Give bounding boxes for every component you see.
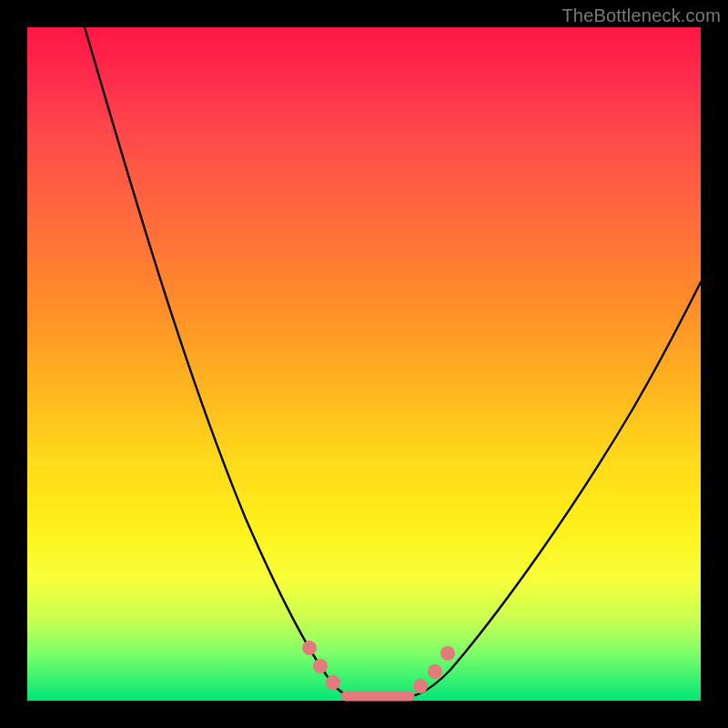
plot-area [27,27,701,701]
chart-frame: TheBottleneck.com [0,0,728,728]
marker-dot [302,641,317,655]
marker-dot [326,675,340,690]
watermark-text: TheBottleneck.com [561,5,721,26]
curve-right-branch [406,282,701,697]
marker-dot [428,664,442,679]
bottleneck-curve [27,27,701,701]
curve-left-branch [85,27,353,697]
marker-dot [413,679,428,693]
marker-dot [313,659,328,673]
marker-dot [440,646,455,661]
